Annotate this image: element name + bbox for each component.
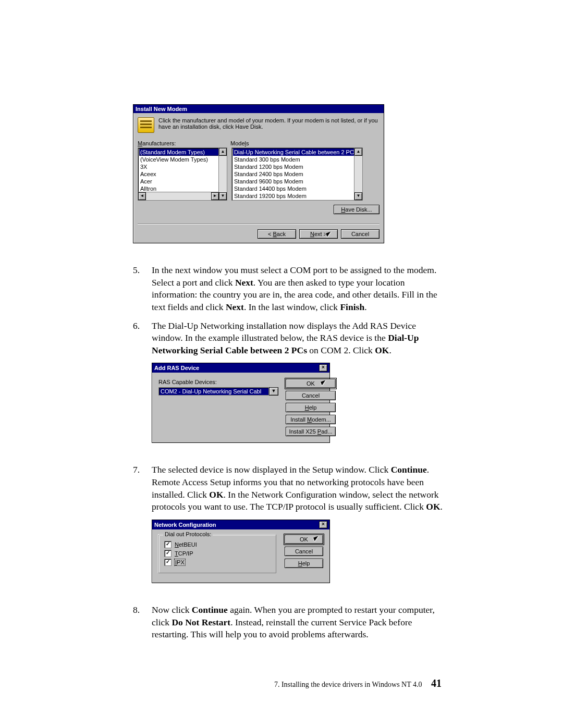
cancel-button[interactable]: Cancel — [285, 547, 323, 556]
tcpip-label: TCP/IP — [175, 550, 193, 557]
install-modem-button[interactable]: Install Modem... — [286, 415, 336, 424]
footer-text: 7. Installing the device drivers in Wind… — [274, 681, 422, 688]
cancel-button[interactable]: Cancel — [341, 229, 380, 239]
list-item[interactable]: Standard 14400 bps Modem — [233, 185, 361, 192]
list-item[interactable]: Standard 300 bps Modem — [233, 156, 361, 163]
models-label: Models — [230, 140, 249, 146]
step-text: The selected device is now displayed in … — [152, 464, 446, 513]
dialog-titlebar: Add RAS Device × — [152, 363, 329, 373]
step-7: 7. The selected device is now displayed … — [133, 464, 446, 513]
scroll-up-icon[interactable]: ▲ — [219, 148, 227, 156]
add-ras-device-dialog: Add RAS Device × RAS Capable Devices: CO… — [152, 363, 330, 443]
step-text: In the next window you must select a COM… — [152, 264, 446, 314]
page-number: 41 — [431, 677, 442, 689]
chevron-down-icon[interactable]: ▼ — [269, 387, 278, 396]
manufacturers-listbox[interactable]: (Standard Modem Types) (VoiceView Modem … — [138, 147, 227, 201]
group-legend: Dial out Protocols: — [163, 531, 213, 537]
dial-out-protocols-group: Dial out Protocols: NetBEUI TCP/IP IPX — [158, 535, 276, 573]
step-8: 8. Now click Continue again. When you ar… — [133, 604, 446, 641]
cancel-button[interactable]: Cancel — [286, 391, 336, 400]
list-item[interactable]: Standard 19200 bps Modem — [233, 192, 361, 200]
list-item[interactable]: Standard 1200 bps Modem — [233, 163, 361, 170]
help-button[interactable]: Help — [285, 559, 323, 568]
dialog-instruction: Click the manufacturer and model of your… — [158, 117, 380, 130]
step-6: 6. The Dial-Up Networking installation n… — [133, 320, 446, 357]
dialog-title: Network Configuration — [154, 522, 216, 528]
scroll-left-icon[interactable]: ◄ — [138, 192, 146, 200]
back-button[interactable]: < Back — [258, 229, 296, 239]
network-configuration-dialog: Network Configuration × Dial out Protoco… — [152, 520, 330, 583]
help-button[interactable]: Help — [286, 403, 336, 412]
dialog-title: Add RAS Device — [154, 365, 199, 371]
netbeui-label: NetBEUI — [175, 541, 197, 548]
install-x25-button[interactable]: Install X25 Pad... — [286, 427, 336, 436]
close-icon[interactable]: × — [319, 521, 327, 528]
models-listbox[interactable]: Dial-Up Networking Serial Cable between … — [231, 147, 363, 201]
scrollbar-vertical[interactable]: ▲ ▼ — [354, 148, 362, 200]
list-item[interactable]: Acer — [139, 178, 226, 185]
list-item[interactable]: Standard 9600 bps Modem — [233, 178, 361, 185]
list-item[interactable]: Aceex — [139, 170, 226, 178]
manufacturers-label: Manufacturers: — [138, 140, 226, 146]
netbeui-checkbox[interactable] — [164, 541, 172, 548]
list-item[interactable]: 3X — [139, 163, 226, 170]
page-footer: 7. Installing the device drivers in Wind… — [133, 677, 446, 689]
step-5: 5. In the next window you must select a … — [133, 264, 446, 314]
dialog-titlebar: Network Configuration × — [152, 520, 329, 529]
combo-value: COM2 - Dial-Up Networking Serial Cabl — [158, 387, 269, 396]
ras-devices-label: RAS Capable Devices: — [158, 379, 278, 385]
cursor-icon — [314, 537, 320, 546]
scrollbar-horizontal[interactable]: ◄ ► — [138, 192, 219, 200]
scroll-right-icon[interactable]: ► — [211, 192, 219, 200]
list-item[interactable]: Standard 2400 bps Modem — [233, 170, 361, 178]
list-item[interactable]: Alltron — [139, 185, 226, 192]
cursor-icon — [326, 232, 333, 242]
ipx-checkbox[interactable] — [164, 559, 172, 566]
have-disk-button[interactable]: Have Disk... — [334, 205, 380, 214]
tcpip-checkbox[interactable] — [164, 550, 172, 557]
ok-button[interactable]: OK — [286, 379, 336, 388]
ipx-label: IPX — [175, 559, 185, 565]
step-text: The Dial-Up Networking installation now … — [152, 320, 446, 357]
scrollbar-vertical[interactable]: ▲ ▼ — [218, 148, 227, 200]
close-icon[interactable]: × — [319, 364, 327, 372]
scroll-down-icon[interactable]: ▼ — [354, 192, 362, 200]
modem-icon — [138, 117, 154, 133]
install-new-modem-dialog: Install New Modem Click the manufacturer… — [133, 104, 384, 243]
cursor-icon — [321, 381, 327, 390]
step-text: Now click Continue again. When you are p… — [152, 604, 446, 641]
scroll-down-icon[interactable]: ▼ — [219, 192, 227, 200]
list-item[interactable]: Dial-Up Networking Serial Cable between … — [233, 149, 361, 156]
dialog-titlebar: Install New Modem — [133, 105, 384, 113]
scroll-up-icon[interactable]: ▲ — [354, 148, 362, 156]
list-item[interactable]: (Standard Modem Types) — [139, 149, 226, 156]
list-item[interactable]: (VoiceView Modem Types) — [139, 156, 226, 163]
dialog-title: Install New Modem — [136, 106, 187, 112]
ras-device-combo[interactable]: COM2 - Dial-Up Networking Serial Cabl ▼ — [158, 387, 278, 396]
